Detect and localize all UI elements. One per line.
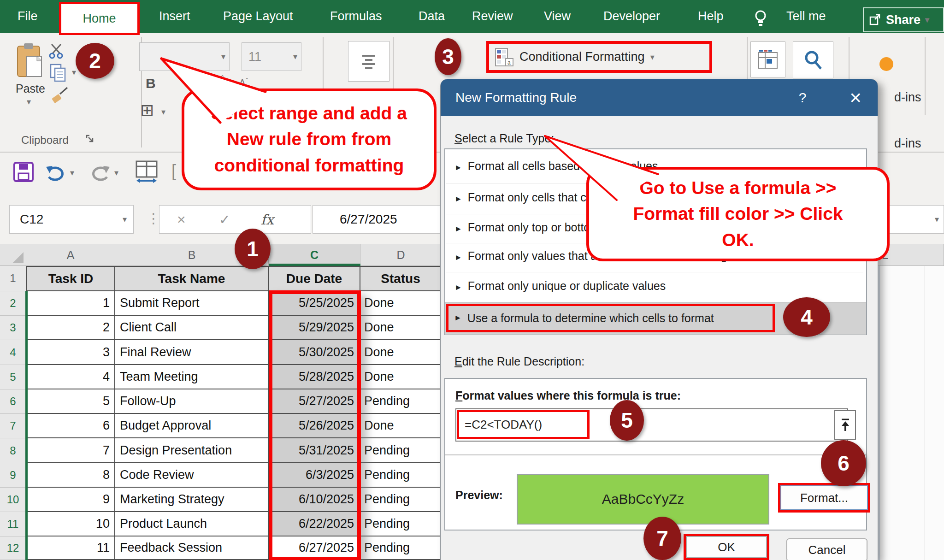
borders-button[interactable]: ⊞ (140, 100, 154, 120)
row-header[interactable]: 6 (0, 389, 26, 414)
name-box-dropdown-icon[interactable]: ▾ (123, 214, 127, 224)
column-header-d[interactable]: D (360, 244, 442, 266)
row-header[interactable]: 8 (0, 438, 26, 463)
conditional-formatting-dropdown-icon[interactable]: ▾ (650, 52, 655, 62)
cell-task-name[interactable]: Budget Approval (115, 414, 269, 438)
align-center-button[interactable] (348, 41, 389, 82)
tab-view[interactable]: View (544, 9, 571, 24)
undo-icon[interactable] (44, 163, 67, 183)
cell-task-name[interactable]: Final Review (115, 340, 269, 365)
cell-status[interactable]: Done (360, 291, 442, 316)
cancel-button[interactable]: Cancel (786, 538, 867, 560)
borders-dropdown-icon[interactable]: ▾ (161, 107, 165, 117)
dialog-close-icon[interactable]: × (839, 79, 872, 116)
row-header[interactable]: 2 (0, 291, 26, 316)
font-name-combobox[interactable]: ▾ (139, 42, 230, 71)
cell-task-id[interactable]: 7 (26, 438, 115, 463)
format-button[interactable]: Format... (780, 485, 868, 510)
cell-task-name[interactable]: Design Presentation (115, 438, 269, 463)
name-box[interactable]: C12 ▾ (9, 205, 134, 234)
column-header-c[interactable]: C (269, 244, 360, 266)
cell-task-name[interactable]: Client Call (115, 316, 269, 340)
rule-item[interactable]: ► Format only unique or duplicate values (454, 279, 666, 293)
cell-a1[interactable]: Task ID (26, 266, 115, 291)
cell-status[interactable]: Pending (360, 488, 442, 512)
cell-task-name[interactable]: Follow-Up (115, 389, 269, 414)
font-size-dropdown-icon[interactable]: ▾ (293, 52, 297, 62)
cell-task-name[interactable]: Feedback Session (115, 536, 269, 560)
row-header[interactable]: 11 (0, 512, 26, 536)
conditional-formatting-button[interactable]: a Conditional Formatting ▾ (486, 41, 712, 73)
row-header[interactable]: 4 (0, 340, 26, 365)
undo-dropdown-icon[interactable]: ▾ (70, 168, 74, 178)
row-header[interactable]: 9 (0, 463, 26, 488)
cell-status[interactable]: Done (360, 340, 442, 365)
cell-task-id[interactable]: 1 (26, 291, 115, 316)
tab-insert[interactable]: Insert (159, 9, 190, 24)
cell-status[interactable]: Pending (360, 389, 442, 414)
increase-font-icon[interactable]: Aˆ (213, 75, 224, 89)
row-header[interactable]: 3 (0, 316, 26, 340)
paste-button[interactable]: Paste (14, 82, 47, 95)
clipboard-dialog-launcher-icon[interactable] (85, 134, 96, 145)
cell-task-name[interactable]: Product Launch (115, 512, 269, 536)
cell-status[interactable]: Done (360, 414, 442, 438)
ok-button[interactable]: OK (686, 536, 767, 558)
bold-button[interactable]: B (146, 76, 156, 91)
confirm-entry-icon[interactable]: ✓ (219, 212, 230, 228)
row-header[interactable]: 10 (0, 488, 26, 512)
row-header-1[interactable]: 1 (0, 266, 26, 291)
search-button[interactable] (793, 41, 833, 78)
collapse-dialog-button[interactable] (834, 410, 856, 440)
dialog-help-button[interactable]: ? (789, 79, 816, 116)
cell-task-id[interactable]: 3 (26, 340, 115, 365)
tab-page-layout[interactable]: Page Layout (223, 9, 293, 24)
cell-task-name[interactable]: Team Meeting (115, 365, 269, 389)
formula-bar-input[interactable]: 6/27/2025 (313, 205, 440, 234)
cell-task-id[interactable]: 9 (26, 488, 115, 512)
cell-task-name[interactable]: Marketing Strategy (115, 488, 269, 512)
insert-function-icon[interactable]: fx (261, 212, 274, 228)
redo-icon[interactable] (88, 163, 112, 183)
select-all-corner[interactable] (0, 244, 26, 266)
tab-developer[interactable]: Developer (603, 9, 660, 24)
tab-help[interactable]: Help (698, 9, 724, 24)
font-size-combobox[interactable]: 11 ▾ (242, 42, 301, 71)
pivottable-button[interactable] (750, 41, 785, 77)
cell-task-id[interactable]: 8 (26, 463, 115, 488)
tab-formulas[interactable]: Formulas (330, 9, 382, 24)
formula-bar-expand-icon[interactable]: ▾ (935, 214, 939, 224)
row-header[interactable]: 7 (0, 414, 26, 438)
cell-d1[interactable]: Status (360, 266, 442, 291)
font-name-dropdown-icon[interactable]: ▾ (221, 52, 225, 62)
cell-status[interactable]: Pending (360, 536, 442, 560)
cell-status[interactable]: Done (360, 365, 442, 389)
share-dropdown-icon[interactable]: ▾ (925, 15, 929, 25)
save-icon[interactable] (13, 161, 34, 183)
cell-task-id[interactable]: 11 (26, 536, 115, 560)
cell-task-id[interactable]: 2 (26, 316, 115, 340)
dialog-title-bar[interactable]: New Formatting Rule ? × (441, 79, 878, 116)
tab-file[interactable]: File (18, 9, 38, 24)
decrease-font-icon[interactable]: Aˇ (239, 77, 248, 90)
format-painter-icon[interactable] (51, 86, 69, 104)
redo-dropdown-icon[interactable]: ▾ (114, 168, 118, 178)
cell-task-id[interactable]: 5 (26, 389, 115, 414)
column-width-icon[interactable] (135, 159, 159, 183)
cell-task-id[interactable]: 10 (26, 512, 115, 536)
cell-task-id[interactable]: 6 (26, 414, 115, 438)
copy-dropdown-icon[interactable]: ▾ (72, 67, 76, 77)
tab-tell-me[interactable]: Tell me (786, 9, 826, 24)
copy-icon[interactable] (49, 63, 68, 83)
tab-home-active[interactable]: Home (59, 2, 140, 35)
cell-task-name[interactable]: Submit Report (115, 291, 269, 316)
cell-c1[interactable]: Due Date (269, 266, 360, 291)
formula-input[interactable]: =C2<TODAY() (455, 408, 848, 442)
cell-status[interactable]: Done (360, 316, 442, 340)
cell-status[interactable]: Pending (360, 512, 442, 536)
tab-review[interactable]: Review (472, 9, 513, 24)
row-header[interactable]: 12 (0, 536, 26, 560)
share-button[interactable]: Share ▾ (863, 7, 944, 32)
cell-status[interactable]: Pending (360, 438, 442, 463)
cell-task-name[interactable]: Code Review (115, 463, 269, 488)
